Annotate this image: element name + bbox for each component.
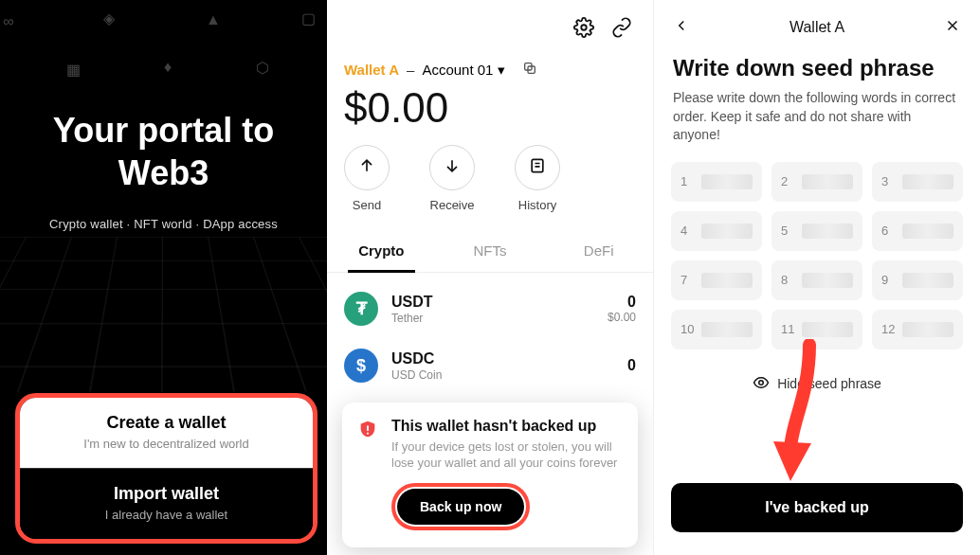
seed-word-blurred [701,174,753,189]
onboarding-title: Your portal to Web3 [0,109,327,194]
seed-index: 5 [781,224,794,238]
svg-point-0 [581,25,587,30]
seed-index: 6 [881,224,895,238]
create-wallet-sub: I'm new to decentralized world [29,437,303,451]
seed-word-cell: 1 [671,162,762,202]
total-balance: $0.00 [327,79,653,145]
separator: – [407,62,414,78]
shield-alert-icon [357,420,378,530]
seed-word-blurred [802,322,853,337]
history-button[interactable]: History [515,145,560,212]
seed-index: 8 [781,273,794,287]
chevron-down-icon: ▾ [498,62,505,78]
seed-word-blurred [802,273,853,288]
tab-crypto[interactable]: Crypto [327,229,436,272]
receive-button[interactable]: Receive [429,145,475,212]
backup-button-highlight: Back up now [391,483,530,530]
account-selector[interactable]: Account 01 ▾ [422,62,504,79]
create-wallet-title: Create a wallet [29,413,303,433]
import-wallet-sub: I already have a wallet [29,508,303,522]
asset-amount: 0 [627,357,636,374]
seed-index: 12 [881,322,895,336]
seed-word-cell: 8 [771,260,862,300]
seed-words-grid: 123456789101112 [654,162,980,349]
seed-word-cell: 7 [671,260,762,300]
send-label: Send [353,198,381,212]
seed-index: 1 [681,174,694,188]
settings-icon[interactable] [573,17,594,42]
backup-subtitle: If your device gets lost or stolen, you … [391,439,623,472]
asset-name: Tether [391,312,594,325]
seed-index: 7 [681,273,694,287]
seed-word-cell: 5 [771,211,862,251]
tab-nfts[interactable]: NFTs [436,229,545,272]
seed-header-title: Wallet A [789,19,844,36]
asset-row[interactable]: $USDCUSD Coin0 [344,337,636,394]
seed-phrase-panel: Wallet A Write down seed phrase Please w… [654,0,980,555]
seed-word-cell: 2 [771,162,862,202]
asset-fiat: $0.00 [608,311,636,324]
seed-word-blurred [802,224,853,239]
history-icon [528,156,547,179]
seed-index: 10 [681,322,694,336]
seed-index: 9 [881,273,895,287]
seed-word-cell: 6 [872,211,963,251]
import-wallet-title: Import wallet [29,484,303,504]
onboarding-options-highlight: Create a wallet I'm new to decentralized… [15,393,318,544]
seed-index: 2 [781,174,794,188]
seed-word-cell: 11 [771,310,862,349]
ive-backed-up-button[interactable]: I've backed up [671,483,963,532]
back-button[interactable] [673,17,690,38]
history-label: History [518,198,556,212]
seed-word-blurred [902,273,953,288]
asset-icon: ₮ [344,292,378,326]
title-line1: Your portal to [53,111,274,150]
seed-word-blurred [701,224,753,239]
seed-word-cell: 10 [671,310,762,349]
arrow-down-icon [443,156,462,179]
receive-label: Receive [430,198,475,212]
svg-rect-4 [367,425,369,431]
asset-row[interactable]: ₮USDTTether0$0.00 [344,280,636,337]
arrow-up-icon [357,156,376,179]
seed-word-cell: 3 [872,162,963,202]
onboarding-subtitle: Crypto wallet · NFT world · DApp access [0,217,327,231]
backup-title: This wallet hasn't backed up [391,418,623,435]
seed-word-blurred [902,174,953,189]
hide-seed-toggle[interactable]: Hide seed phrase [654,349,980,403]
seed-instructions: Please write down the following words in… [654,89,980,162]
seed-word-cell: 4 [671,211,762,251]
connect-icon[interactable] [611,17,632,42]
onboarding-panel: ∞ ◈ ▲ ▢ ▦ ♦ ⬡ Your portal to Web3 Crypto… [0,0,327,555]
seed-word-blurred [902,224,953,239]
import-wallet-button[interactable]: Import wallet I already have a wallet [20,468,313,539]
close-button[interactable] [944,17,961,38]
asset-name: USD Coin [391,368,614,382]
backup-warning-card: This wallet hasn't backed up If your dev… [342,403,638,547]
seed-word-cell: 9 [872,260,963,300]
seed-index: 11 [781,322,794,336]
asset-amount: 0 [608,294,636,311]
wallet-name[interactable]: Wallet A [344,62,399,78]
asset-symbol: USDT [391,294,594,311]
perspective-grid [0,237,327,392]
seed-word-blurred [902,322,953,337]
copy-address-icon[interactable] [522,61,537,79]
svg-point-6 [759,381,764,385]
seed-index: 4 [681,224,694,238]
send-button[interactable]: Send [344,145,390,212]
seed-word-blurred [701,322,753,337]
seed-index: 3 [881,174,895,188]
create-wallet-button[interactable]: Create a wallet I'm new to decentralized… [20,398,313,468]
hide-seed-label: Hide seed phrase [777,376,881,391]
title-line2: Web3 [118,153,209,192]
account-label: Account 01 [422,62,493,78]
backup-now-button[interactable]: Back up now [397,489,524,525]
eye-icon [753,374,770,394]
seed-word-blurred [701,273,753,288]
seed-word-cell: 12 [872,310,963,349]
tab-defi[interactable]: DeFi [544,229,653,272]
asset-symbol: USDC [391,350,614,367]
seed-word-blurred [802,174,853,189]
wallet-home-panel: Wallet A – Account 01 ▾ $0.00 Send Recei… [327,0,654,555]
